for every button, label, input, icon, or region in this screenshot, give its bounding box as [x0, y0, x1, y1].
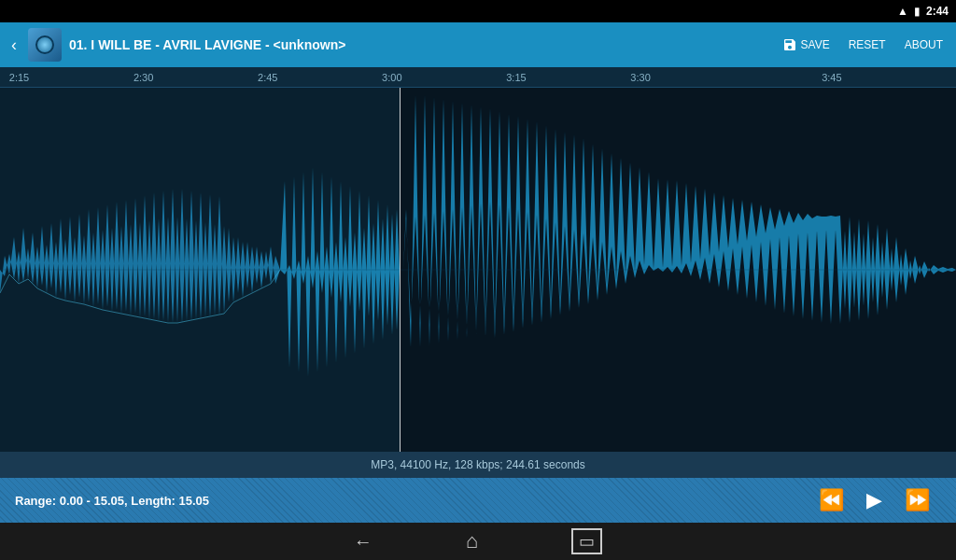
time-marker-4: 3:00 — [382, 72, 401, 83]
time-marker-1: 2:15 — [9, 72, 29, 83]
playhead[interactable] — [400, 88, 401, 452]
time-marker-7: 3:45 — [822, 72, 841, 83]
play-icon: ▶ — [866, 488, 882, 512]
play-button[interactable]: ▶ — [855, 484, 893, 516]
status-bar: ▲ ▮ 2:44 — [0, 0, 956, 22]
forward-icon: ⏩ — [905, 488, 930, 512]
time-marker-2: 2:30 — [134, 72, 153, 83]
track-title: 01. I WILL BE - AVRIL LAVIGNE - <unknown… — [69, 37, 769, 52]
time-marker-6: 3:30 — [630, 72, 650, 83]
about-label: ABOUT — [905, 38, 943, 51]
back-nav-icon[interactable]: ← — [354, 531, 373, 553]
wifi-icon: ▲ — [897, 5, 908, 18]
album-art-disc — [35, 35, 54, 54]
forward-button[interactable]: ⏩ — [893, 484, 941, 516]
battery-icon: ▮ — [914, 5, 921, 18]
rewind-button[interactable]: ⏪ — [808, 484, 855, 516]
file-info-text: MP3, 44100 Hz, 128 kbps; 244.61 seconds — [371, 458, 584, 471]
controls-bar: Range: 0.00 - 15.05, Length: 15.05 ⏪ ▶ ⏩ — [0, 478, 956, 523]
time-marker-3: 2:45 — [258, 72, 277, 83]
save-label: SAVE — [801, 38, 830, 51]
save-button[interactable]: SAVE — [777, 34, 836, 56]
album-art — [28, 28, 62, 62]
save-icon — [782, 37, 797, 52]
waveform-svg — [0, 88, 956, 452]
clock: 2:44 — [926, 5, 949, 18]
nav-bar: ← ⌂ ▭ — [0, 523, 956, 560]
time-marker-5: 3:15 — [506, 72, 526, 83]
toolbar: ‹ 01. I WILL BE - AVRIL LAVIGNE - <unkno… — [0, 22, 956, 67]
back-button[interactable]: ‹ — [7, 32, 21, 59]
recent-nav-icon[interactable]: ▭ — [571, 528, 602, 554]
timeline-ruler: 2:15 2:30 2:45 3:00 3:15 3:30 3:45 — [0, 67, 956, 88]
range-text: Range: 0.00 - 15.05, Length: 15.05 — [15, 494, 808, 508]
file-info-bar: MP3, 44100 Hz, 128 kbps; 244.61 seconds — [0, 452, 956, 478]
home-nav-icon[interactable]: ⌂ — [466, 529, 478, 553]
waveform-container[interactable] — [0, 88, 956, 452]
rewind-icon: ⏪ — [819, 488, 844, 512]
reset-label: RESET — [849, 38, 886, 51]
reset-button[interactable]: RESET — [843, 35, 892, 55]
about-button[interactable]: ABOUT — [899, 35, 949, 55]
